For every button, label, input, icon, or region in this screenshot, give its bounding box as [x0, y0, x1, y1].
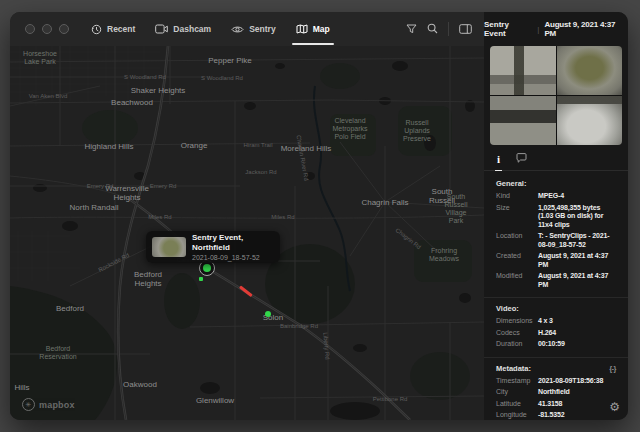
- detail-row: ModifiedAugust 9, 2021 at 4:37 PM: [496, 272, 616, 289]
- traffic-segment-marker: [239, 285, 252, 296]
- sentry-dot-marker[interactable]: [265, 311, 271, 317]
- section-title: Video:: [496, 304, 519, 313]
- map-label: Pettibone Rd: [373, 396, 408, 403]
- detail-row: LocationT: - SentryClips - 2021-08-09_18…: [496, 232, 616, 249]
- mapbox-logo-icon: ✳: [22, 398, 35, 411]
- map-label: Russell Uplands Preserve: [403, 119, 431, 143]
- camera-left-thumb: [490, 96, 556, 145]
- detail-label: Created: [496, 252, 538, 269]
- tab-label: Map: [313, 24, 330, 34]
- popup-title: Sentry Event, Northfield: [192, 233, 274, 253]
- map-attribution[interactable]: ✳ mapbox: [22, 398, 75, 411]
- map-label: Chagrin River Rd: [295, 135, 310, 182]
- map-label: Emery Rd: [150, 183, 177, 190]
- tab-label: Dashcam: [173, 24, 211, 34]
- detail-label: Size: [496, 204, 538, 230]
- panel-date: August 9, 2021 4:37 PM: [544, 20, 628, 38]
- detail-label: City: [496, 388, 538, 397]
- tab-map[interactable]: Map: [296, 12, 330, 46]
- detail-label: Kind: [496, 192, 538, 201]
- tab-label: Recent: [107, 24, 135, 34]
- map-label: Bedford Heights: [134, 270, 162, 288]
- detail-label: Location: [496, 232, 538, 249]
- map-label: Liberty Rd: [321, 332, 330, 360]
- panel-section: General:KindMPEG-4Size1,025,498,355 byte…: [484, 177, 628, 297]
- camera-fisheye-thumb: [557, 46, 623, 95]
- panel-sections: General:KindMPEG-4Size1,025,498,355 byte…: [484, 171, 628, 420]
- map-label: Hills: [14, 383, 29, 392]
- detail-row: CreatedAugust 9, 2021 at 4:37 PM: [496, 252, 616, 269]
- detail-row: Latitude41.3158: [496, 400, 616, 409]
- detail-panel: Sentry Event | August 9, 2021 4:37 PM i …: [484, 12, 628, 420]
- map-label: Bedford Reservation: [39, 345, 76, 361]
- map-label: Pepper Pike: [208, 56, 252, 65]
- json-toggle-icon[interactable]: {-}: [609, 364, 616, 373]
- search-icon[interactable]: [427, 20, 438, 38]
- detail-value: 4 x 3: [538, 317, 616, 326]
- tab-sentry[interactable]: Sentry: [231, 12, 275, 46]
- detail-value: 00:10:59: [538, 340, 616, 349]
- eye-icon: [231, 25, 244, 34]
- camera-front-thumb: [490, 46, 556, 95]
- map-label: South Russell: [421, 187, 463, 205]
- detail-value: MPEG-4: [538, 192, 616, 201]
- detail-value: H.264: [538, 329, 616, 338]
- detail-value: 2021-08-09T18:56:38: [538, 377, 616, 386]
- map-label: S Woodland Rd: [201, 75, 243, 82]
- detail-value: -81.5352: [538, 411, 616, 420]
- detail-value: August 9, 2021 at 4:37 PM: [538, 272, 616, 289]
- map-label: Shaker Heights: [131, 86, 186, 95]
- camera-icon: [155, 24, 168, 34]
- detail-row: Timestamp2021-08-09T18:56:38: [496, 377, 616, 386]
- map-label: Miles Rd: [148, 214, 171, 221]
- detail-label: Timestamp: [496, 377, 538, 386]
- detail-row: Dimensions4 x 3: [496, 317, 616, 326]
- minimize-button[interactable]: [42, 24, 52, 34]
- sentry-square-marker[interactable]: [199, 277, 203, 281]
- map-label: Glenwillow: [196, 396, 234, 405]
- toolbar-actions: [406, 20, 472, 38]
- detail-row: CodecsH.264: [496, 329, 616, 338]
- panel-section: Metadata:{-}Timestamp2021-08-09T18:56:38…: [484, 357, 628, 421]
- view-tabs: Recent Dashcam Sentry: [91, 12, 330, 46]
- map-label: Chagrin Falls: [361, 198, 408, 207]
- detail-label: Modified: [496, 272, 538, 289]
- mapbox-wordmark: mapbox: [39, 400, 75, 410]
- detail-row: Longitude-81.5352: [496, 411, 616, 420]
- toolbar-divider: [448, 22, 449, 36]
- info-icon: i: [497, 153, 500, 165]
- video-preview[interactable]: [490, 46, 622, 145]
- toolbar: Recent Dashcam Sentry: [10, 12, 484, 46]
- panel-tabs: i: [484, 145, 628, 171]
- zoom-button[interactable]: [59, 24, 69, 34]
- map-label: Frohring Meadows: [429, 247, 459, 263]
- tab-label: Sentry: [249, 24, 275, 34]
- map-label: Chagrin Rd: [394, 227, 422, 251]
- tab-info[interactable]: i: [497, 149, 500, 167]
- map-icon: [296, 24, 308, 34]
- sidebar-toggle-icon[interactable]: [459, 20, 472, 38]
- map-label: Cleveland Metroparks Polo Field: [332, 117, 367, 141]
- map-label: North Randall: [70, 203, 119, 212]
- funnel-icon[interactable]: [406, 20, 417, 38]
- detail-label: Latitude: [496, 400, 538, 409]
- detail-row: Duration00:10:59: [496, 340, 616, 349]
- event-thumbnail: [152, 237, 186, 257]
- detail-value: August 9, 2021 at 4:37 PM: [538, 252, 616, 269]
- detail-value: T: - SentryClips - 2021-08-09_18-57-52: [538, 232, 616, 249]
- detail-row: Size1,025,498,355 bytes (1.03 GB on disk…: [496, 204, 616, 230]
- app-window: Recent Dashcam Sentry: [10, 12, 628, 420]
- close-button[interactable]: [25, 24, 35, 34]
- speech-bubble-icon: [516, 149, 527, 166]
- panel-header-divider: |: [537, 25, 539, 34]
- detail-row: CityNorthfield: [496, 388, 616, 397]
- gear-icon[interactable]: ⚙: [609, 401, 620, 413]
- tab-recent[interactable]: Recent: [91, 12, 135, 46]
- tab-comments[interactable]: [516, 149, 527, 167]
- map-label: Horseshoe Lake Park: [23, 50, 57, 66]
- sentry-event-popup[interactable]: Sentry Event, Northfield 2021-08-09_18-5…: [146, 231, 280, 263]
- map-canvas[interactable]: Horseshoe Lake ParkShaker HeightsPepper …: [10, 46, 484, 420]
- detail-value: 41.3158: [538, 400, 616, 409]
- tab-dashcam[interactable]: Dashcam: [155, 12, 211, 46]
- map-label: Highland Hills: [85, 142, 134, 151]
